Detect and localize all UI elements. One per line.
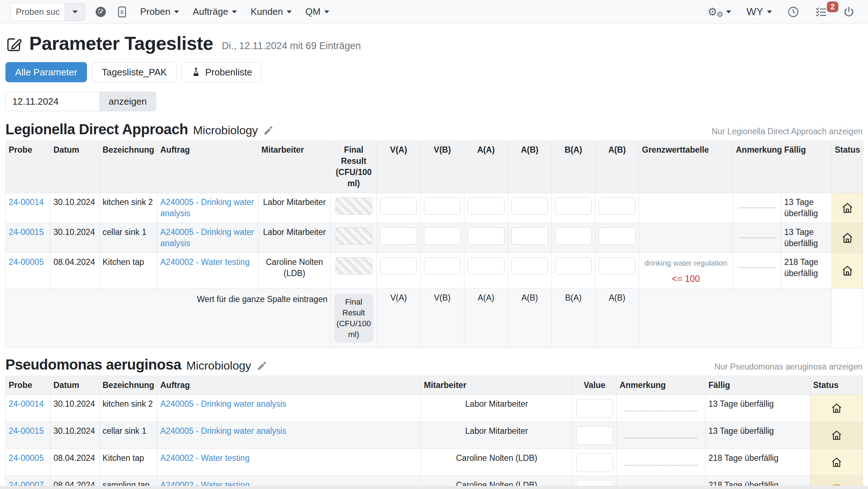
bezeichnung-cell: kitchen sink 2 [100,395,157,422]
probe-link[interactable]: 24-00014 [9,399,44,409]
grenzwert-name: drinking water regulation [642,258,730,268]
menu-kunden[interactable]: Kunden [251,6,292,17]
col-value: Value [573,376,617,395]
col-vb: V(B) [421,141,464,193]
anmerkung-field[interactable] [625,411,698,411]
home-icon[interactable] [813,429,860,441]
vb-input[interactable] [424,257,461,275]
user-menu[interactable]: WY [746,6,772,18]
value-input[interactable] [576,399,613,418]
document-icon[interactable] [116,6,128,18]
col-anmerkung: Anmerkung [733,141,781,193]
col-status: Status [810,376,863,395]
edit-section2-icon[interactable] [256,361,267,371]
chevron-down-icon [324,10,329,13]
dashboard-icon[interactable] [95,6,107,18]
ba-input[interactable] [555,227,592,245]
auftrag-link[interactable]: A240005 - Drinking water analysis [160,227,254,248]
auftrag-link[interactable]: A240005 - Drinking water analysis [160,197,254,218]
tab-alle-parameter[interactable]: Alle Parameter [5,62,87,82]
page-subtitle: Di., 12.11.2024 mit 69 Einträgen [222,40,361,52]
show-button[interactable]: anzeigen [100,92,156,111]
auftrag-link[interactable]: A240002 - Water testing [160,257,249,267]
tab-tagesliste-pak[interactable]: Tagesliste_PAK [92,62,177,82]
edit-title-icon[interactable] [5,36,23,53]
date-input[interactable] [5,92,100,111]
menu-auftraege[interactable]: Aufträge [193,6,237,17]
ab-input[interactable] [511,227,548,245]
main-menu: Proben Aufträge Kunden QM [140,6,329,17]
anmerkung-field[interactable] [625,438,698,438]
home-icon[interactable] [835,202,860,214]
value-input[interactable] [576,426,613,445]
section2-filter-link[interactable]: Nur Pseudomonas aeruginosa anzeigen [715,362,863,372]
probe-link[interactable]: 24-00015 [9,426,44,436]
clock-icon[interactable] [787,6,799,18]
table-row: 24-00005 08.04.2024 Kitchen tap A240002 … [6,253,863,289]
col-final-result: Final Result (CFU/100 ml) [331,141,377,193]
probe-link[interactable]: 24-00014 [9,197,44,207]
fill-va-button[interactable]: V(A) [377,289,421,348]
anmerkung-field[interactable] [738,208,776,208]
probe-link[interactable]: 24-00005 [9,453,44,463]
tab-probenliste[interactable]: Probenliste [182,62,262,82]
home-icon[interactable] [835,265,860,277]
fill-final-result-button[interactable]: Final Result (CFU/100 ml) [334,294,373,342]
auftrag-link[interactable]: A240005 - Drinking water analysis [160,426,286,436]
menu-qm[interactable]: QM [305,6,329,17]
grenzwert-limit[interactable]: <= 100 [642,273,730,285]
gear-icon: ⚙ [708,6,717,17]
fill-aa-button[interactable]: A(A) [464,289,508,348]
ab2-input[interactable] [599,227,635,245]
probe-link[interactable]: 24-00015 [9,227,44,237]
vb-input[interactable] [424,227,461,245]
home-icon[interactable] [813,402,860,414]
table-row: 24-00005 08.04.2024 Kitchen tap A240002 … [6,449,863,476]
search-input[interactable] [10,3,65,21]
table1-footer-row: Wert für die ganze Spalte eintragen Fina… [6,289,863,348]
va-input[interactable] [380,227,417,245]
aa-input[interactable] [468,227,504,245]
probe-link[interactable]: 24-00005 [9,257,44,267]
home-icon[interactable] [813,457,860,468]
aa-input[interactable] [468,257,504,275]
col-aa: A(A) [464,141,508,193]
table-row: 24-00014 30.10.2024 kitchen sink 2 A2400… [6,395,863,422]
anmerkung-field[interactable] [738,267,776,268]
tasks-icon[interactable]: 2 [815,6,828,18]
home-icon[interactable] [835,232,860,244]
anmerkung-field[interactable] [625,465,698,466]
edit-section1-icon[interactable] [263,125,274,136]
value-input[interactable] [576,453,613,472]
va-input[interactable] [380,257,417,275]
page-title: Parameter Tagesliste [29,32,213,54]
faellig-cell: 13 Tage überfällig [706,395,810,422]
datum-cell: 08.04.2024 [51,449,100,476]
page-bottom-edge [0,486,868,489]
ba-input[interactable] [555,197,592,215]
va-input[interactable] [380,197,417,215]
auftrag-link[interactable]: A240005 - Drinking water analysis [160,399,286,409]
fill-ba-button[interactable]: B(A) [552,289,595,348]
fill-ab-button[interactable]: A(B) [508,289,552,348]
bezeichnung-cell: Kitchen tap [100,253,157,289]
vb-input[interactable] [424,197,461,215]
ab2-input[interactable] [599,197,635,215]
aa-input[interactable] [468,197,504,215]
fill-ab2-button[interactable]: A(B) [595,289,639,348]
fill-vb-button[interactable]: V(B) [421,289,464,348]
ba-input[interactable] [555,257,592,275]
settings-gears-icon[interactable]: ⚙⚙ [708,5,732,18]
anmerkung-field[interactable] [738,237,776,238]
col-va: V(A) [377,141,421,193]
search-dropdown-button[interactable] [65,3,85,21]
ab-input[interactable] [511,197,548,215]
tab-label: Probenliste [205,67,252,78]
chevron-down-icon [174,10,179,13]
power-icon[interactable] [843,6,855,18]
auftrag-link[interactable]: A240002 - Water testing [160,453,249,463]
ab-input[interactable] [511,257,548,275]
section1-filter-link[interactable]: Nur Legionella Direct Approach anzeigen [712,127,863,136]
menu-proben[interactable]: Proben [140,6,179,17]
ab2-input[interactable] [599,257,635,275]
